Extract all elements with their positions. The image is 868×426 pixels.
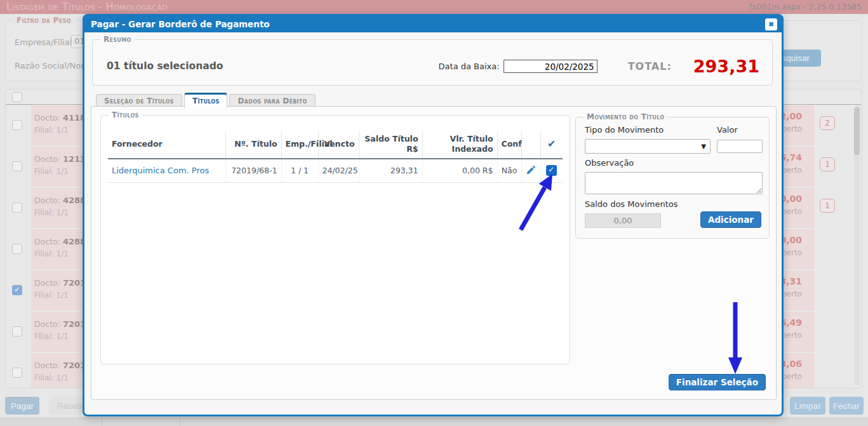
col-edit [521,131,540,159]
pagar-button[interactable]: Pagar [5,397,39,415]
col-vencto: Vencto [318,131,359,159]
numero-titulo-cell: 72019/68-1 [225,159,281,183]
row-checkbox[interactable] [12,326,22,336]
col-vlr-titulo-indexado: Vlr. Título Indexado [422,131,497,159]
tab-bar: Seleção de Títulos Títulos Dados para Dé… [96,93,317,107]
valor-input[interactable] [717,140,763,153]
filter-legend: Filtro da Pesq [13,16,74,25]
finalizar-selecao-button[interactable]: Finalizar Seleção [669,374,766,390]
page-title: Listagem de Títulos - Homologação [6,1,168,13]
total-label: TOTAL: [628,60,672,72]
app-version: fx001m.aspx - 2.25.0.13585 [749,2,862,11]
titulo-checkbox[interactable] [546,165,557,176]
app-topbar: Listagem de Títulos - Homologação fx001m… [0,0,868,14]
selected-count-text: 01 título selecionado [107,60,223,72]
titulos-table-panel: Títulos Fornecedor Nº. Título Emp./Filia… [100,115,570,364]
filial-label: Filial: 1/1 [34,373,69,382]
table-row: Liderquimica Com. Pros 72019/68-1 1 / 1 … [108,159,563,183]
valor-label: Valor [717,125,738,135]
tab-content: Títulos Fornecedor Nº. Título Emp./Filia… [91,106,777,400]
table-header-row: Fornecedor Nº. Título Emp./Filial Vencto… [108,131,563,159]
emp-filial-cell: 1 / 1 [281,159,318,183]
dialog-title: Pagar - Gerar Borderô de Pagamento [84,16,782,32]
filial-label: Filial: 1/1 [34,167,69,176]
saldo-cell: 293,31 [359,159,422,183]
data-baixa-input[interactable] [504,60,598,73]
col-conf: Conf [497,131,521,159]
tab-titulos[interactable]: Títulos [184,93,228,108]
col-saldo-titulo: Saldo Título R$ [359,131,422,159]
row-checkbox[interactable] [12,161,22,171]
conf-cell: Não [497,159,521,183]
adicionar-button[interactable]: Adicionar [700,211,761,228]
check-all-icon[interactable]: ✔ [540,131,563,159]
filial-label: Filial: 1/1 [34,126,69,135]
count-badge[interactable]: 2 [820,116,835,130]
movimento-panel: Movimento do Título Tipo do Movimento Va… [575,117,770,239]
titulos-legend: Títulos [109,110,142,119]
vlr-indexado-cell: 0,00 R$ [422,159,497,183]
col-emp-filial: Emp./Filial [281,131,318,159]
filial-label: Filial: 1/1 [34,291,69,300]
row-checkbox[interactable] [12,120,22,130]
filial-label: Filial: 1/1 [34,332,69,341]
tipo-movimento-label: Tipo do Movimento [585,125,664,135]
fechar-button[interactable]: Fechar [829,397,864,415]
select-all-checkbox[interactable] [12,92,22,102]
col-numero-titulo: Nº. Título [225,131,281,159]
row-checkbox[interactable] [12,244,22,254]
tab-selecao-de-titulos[interactable]: Seleção de Títulos [96,94,182,107]
resumo-panel: Resumo 01 título selecionado Data da Bai… [92,39,773,86]
fornecedor-link[interactable]: Liderquimica Com. Pros [112,166,209,175]
saldo-movimentos-value: 0,00 [585,213,661,228]
observacao-textarea[interactable] [585,172,763,194]
limpar-button[interactable]: Limpar [790,397,825,415]
row-checkbox[interactable] [12,203,22,213]
count-badge[interactable]: 1 [820,199,835,213]
data-baixa-label: Data da Baixa: [439,62,500,71]
tab-dados-para-debito[interactable]: Dados para Débito [229,94,315,107]
count-badge[interactable]: 1 [820,157,835,171]
titulos-table: Fornecedor Nº. Título Emp./Filial Vencto… [108,131,563,183]
observacao-label: Observação [585,158,634,168]
total-value: 293,31 [693,57,759,76]
tipo-movimento-select[interactable]: ▼ [585,139,711,154]
movimento-legend: Movimento do Título [584,112,667,121]
edit-pencil-icon[interactable] [526,164,537,175]
chevron-down-icon: ▼ [701,143,706,150]
footer-strip [0,418,868,426]
filial-label: Filial: 1/1 [34,250,69,258]
row-checkbox[interactable] [12,285,22,295]
vencto-cell: 24/02/25 [318,159,359,183]
row-checkbox[interactable] [12,368,22,378]
scrollbar-thumb[interactable] [854,107,860,155]
resumo-legend: Resumo [100,35,135,44]
empresa-filial-label: Empresa/Filial: [15,37,75,47]
pagar-bordero-dialog: Pagar - Gerar Borderô de Pagamento ✖ Res… [83,14,784,416]
col-fornecedor: Fornecedor [108,131,225,159]
saldo-movimentos-label: Saldo dos Movimentos [585,199,678,209]
close-icon[interactable]: ✖ [765,18,777,30]
filial-label: Filial: 1/1 [34,208,69,217]
